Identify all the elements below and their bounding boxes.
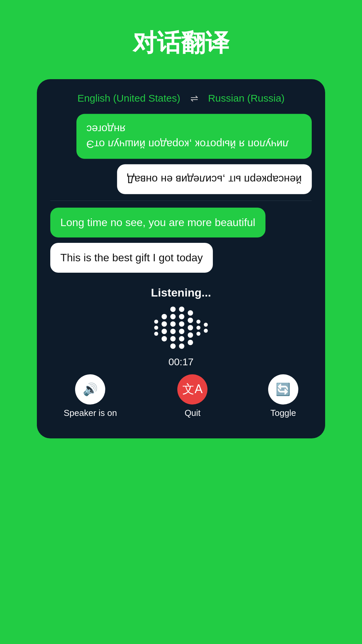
toggle-control[interactable]: 🔄 Toggle	[268, 374, 298, 418]
dot	[179, 314, 184, 319]
chat-divider	[50, 201, 312, 201]
wave-col-7	[204, 323, 208, 333]
page-title: 对话翻译	[133, 27, 229, 59]
bubble-russian-white: Давно не виделись, ты прекрасней	[117, 164, 312, 194]
dot	[154, 326, 158, 330]
waveform	[154, 306, 208, 350]
speaker-control[interactable]: 🔊 Speaker is on	[64, 374, 117, 418]
dot	[154, 320, 158, 324]
dot	[162, 314, 167, 319]
dot	[170, 329, 176, 334]
dot	[170, 307, 176, 312]
wave-col-1	[154, 320, 158, 336]
dot	[179, 321, 184, 327]
quit-control[interactable]: 文A Quit	[177, 374, 207, 418]
dot	[204, 323, 208, 327]
dot	[204, 329, 208, 333]
dot	[196, 326, 200, 330]
wave-col-6	[196, 320, 200, 336]
bubble-english-white: This is the best gift I got today	[50, 243, 213, 273]
speaker-icon: 🔊	[83, 382, 98, 396]
dot	[179, 336, 184, 341]
app-background: 对话翻译 English (United States) ⇌ Russian (…	[0, 0, 362, 644]
translation-card: English (United States) ⇌ Russian (Russi…	[37, 79, 325, 438]
listening-section: Listening...	[50, 286, 312, 368]
dot	[179, 343, 184, 349]
dot	[170, 321, 176, 327]
dot	[196, 332, 200, 336]
timer-display: 00:17	[168, 356, 193, 368]
quit-label: Quit	[185, 408, 201, 418]
controls-bar: 🔊 Speaker is on 文A Quit 🔄 Toggle	[50, 368, 312, 422]
dot	[170, 336, 176, 341]
speaker-label: Speaker is on	[64, 408, 117, 418]
toggle-label: Toggle	[270, 408, 296, 418]
swap-icon[interactable]: ⇌	[190, 93, 198, 104]
dot	[170, 314, 176, 319]
dot	[188, 318, 193, 323]
dot	[188, 325, 193, 330]
dot	[162, 329, 167, 334]
wave-col-2	[162, 314, 167, 341]
dot	[179, 307, 184, 312]
quit-button[interactable]: 文A	[177, 374, 207, 405]
source-language[interactable]: English (United States)	[77, 93, 180, 104]
dot	[170, 343, 176, 349]
wave-col-5	[188, 310, 193, 345]
wave-col-4	[179, 307, 184, 349]
bubble-russian-green: Это лучший подарок, который я получил се…	[76, 114, 312, 159]
dot	[188, 332, 193, 338]
wave-col-3	[170, 307, 176, 349]
speaker-button[interactable]: 🔊	[75, 374, 105, 405]
toggle-button[interactable]: 🔄	[268, 374, 298, 405]
dot	[188, 340, 193, 345]
listening-label: Listening...	[151, 286, 211, 299]
lower-chat-area: Long time no see, you are more beautiful…	[50, 204, 312, 279]
dot	[188, 310, 193, 316]
dot	[154, 332, 158, 336]
dot	[196, 320, 200, 324]
bubble-english-green: Long time no see, you are more beautiful	[50, 208, 265, 237]
upper-chat-area: Это лучший подарок, который я получил се…	[50, 114, 312, 197]
dot	[162, 321, 167, 327]
language-bar: English (United States) ⇌ Russian (Russi…	[50, 93, 312, 104]
dot	[179, 329, 184, 334]
target-language[interactable]: Russian (Russia)	[208, 93, 285, 104]
toggle-icon: 🔄	[276, 382, 291, 396]
dot	[162, 336, 167, 341]
translate-icon: 文A	[182, 381, 202, 397]
